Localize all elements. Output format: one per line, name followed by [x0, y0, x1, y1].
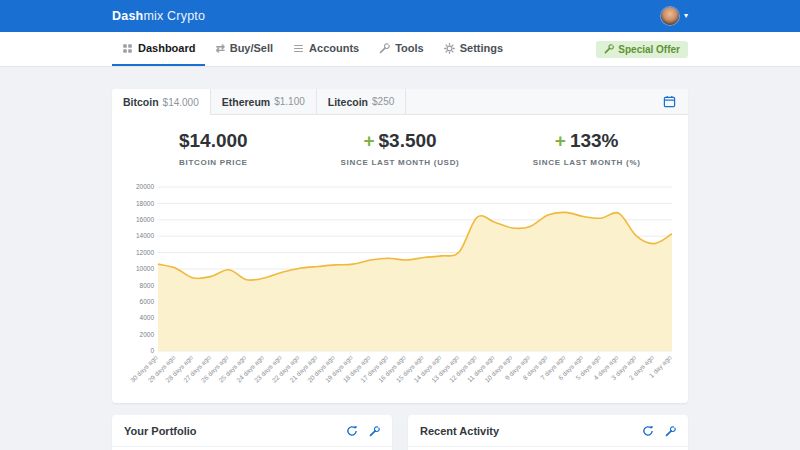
brand-logo[interactable]: Dashmix Crypto [112, 9, 205, 23]
nav-label-buy-sell: Buy/Sell [230, 42, 273, 54]
ticker-tabbar: Bitcoin $14.000 Ethereum $1.100 Litecoin… [112, 89, 688, 115]
tab-bitcoin-name: Bitcoin [123, 96, 159, 108]
svg-text:20000: 20000 [136, 183, 154, 190]
stat-bitcoin-price: $14.000 BITCOIN PRICE [120, 130, 307, 167]
nav-item-dashboard[interactable]: Dashboard [112, 32, 205, 66]
nav-item-buy-sell[interactable]: ⇄ Buy/Sell [205, 32, 283, 66]
nav-label-settings: Settings [460, 42, 503, 54]
stat-value: +133% [493, 130, 680, 152]
main-navbar: Dashboard ⇄ Buy/Sell Accounts Tools [0, 32, 800, 67]
chevron-down-icon: ▾ [684, 12, 688, 20]
svg-text:14000: 14000 [136, 232, 154, 239]
refresh-icon [346, 425, 358, 437]
tab-litecoin-price: $250 [372, 96, 394, 107]
nav-label-accounts: Accounts [309, 42, 359, 54]
stat-label: SINCE LAST MONTH (%) [493, 158, 680, 167]
svg-text:12000: 12000 [136, 249, 154, 256]
gear-icon [444, 43, 455, 54]
portfolio-panel-header: Your Portfolio [112, 415, 392, 447]
stat-label: BITCOIN PRICE [120, 158, 307, 167]
nav-label-tools: Tools [395, 42, 424, 54]
brand-bold: Dash [112, 9, 143, 23]
tab-ethereum-price: $1.100 [274, 96, 305, 107]
svg-text:6000: 6000 [140, 298, 155, 305]
stats-row: $14.000 BITCOIN PRICE +$3.500 SINCE LAST… [112, 115, 688, 179]
svg-text:18000: 18000 [136, 200, 154, 207]
settings-wrench-button[interactable] [369, 426, 380, 437]
portfolio-panel: Your Portfolio [112, 415, 392, 450]
activity-panel-title: Recent Activity [420, 425, 642, 437]
tab-litecoin[interactable]: Litecoin $250 [317, 89, 407, 114]
special-offer-label: Special Offer [618, 44, 680, 55]
tab-ethereum-name: Ethereum [222, 96, 270, 108]
calendar-icon [663, 95, 676, 108]
nav-item-tools[interactable]: Tools [369, 32, 434, 66]
user-menu-button[interactable]: ▾ [661, 7, 688, 25]
nav-items: Dashboard ⇄ Buy/Sell Accounts Tools [112, 32, 596, 66]
list-icon [293, 43, 304, 54]
nav-item-accounts[interactable]: Accounts [283, 32, 369, 66]
avatar [661, 7, 679, 25]
stat-value: $14.000 [120, 130, 307, 152]
top-header-bar: Dashmix Crypto ▾ [0, 0, 800, 32]
activity-panel: Recent Activity [408, 415, 688, 450]
portfolio-panel-title: Your Portfolio [124, 425, 346, 437]
refresh-button[interactable] [642, 425, 654, 437]
bottom-panels: Your Portfolio [112, 415, 688, 450]
dashboard-grid-icon [122, 43, 133, 54]
refresh-icon [642, 425, 654, 437]
stat-label: SINCE LAST MONTH (USD) [307, 158, 494, 167]
price-chart-container: 0200040006000800010000120001400016000180… [112, 179, 688, 403]
tab-ethereum[interactable]: Ethereum $1.100 [211, 89, 317, 114]
refresh-button[interactable] [346, 425, 358, 437]
tab-litecoin-name: Litecoin [328, 96, 368, 108]
calendar-button[interactable] [651, 89, 688, 114]
nav-label-dashboard: Dashboard [138, 42, 195, 54]
tab-bitcoin-price: $14.000 [163, 97, 199, 108]
main-content: Bitcoin $14.000 Ethereum $1.100 Litecoin… [0, 67, 800, 450]
wrench-icon [379, 43, 390, 54]
svg-text:8000: 8000 [140, 282, 155, 289]
stat-value: +$3.500 [307, 130, 494, 152]
wrench-icon [604, 44, 614, 54]
activity-panel-header: Recent Activity [408, 415, 688, 447]
wrench-icon [665, 426, 676, 437]
stat-change-usd: +$3.500 SINCE LAST MONTH (USD) [307, 130, 494, 167]
price-chart: 0200040006000800010000120001400016000180… [122, 181, 678, 399]
plus-sign: + [555, 130, 566, 151]
special-offer-button[interactable]: Special Offer [596, 41, 688, 58]
tab-bitcoin[interactable]: Bitcoin $14.000 [112, 89, 211, 115]
svg-text:0: 0 [150, 347, 154, 354]
svg-text:10000: 10000 [136, 265, 154, 272]
wrench-icon [369, 426, 380, 437]
svg-text:4000: 4000 [140, 314, 155, 321]
crypto-overview-card: Bitcoin $14.000 Ethereum $1.100 Litecoin… [112, 89, 688, 403]
brand-rest: mix Crypto [143, 9, 205, 23]
nav-item-settings[interactable]: Settings [434, 32, 513, 66]
svg-text:2000: 2000 [140, 331, 155, 338]
stat-change-pct: +133% SINCE LAST MONTH (%) [493, 130, 680, 167]
svg-text:16000: 16000 [136, 216, 154, 223]
exchange-icon: ⇄ [215, 43, 224, 54]
settings-wrench-button[interactable] [665, 426, 676, 437]
plus-sign: + [363, 130, 374, 151]
